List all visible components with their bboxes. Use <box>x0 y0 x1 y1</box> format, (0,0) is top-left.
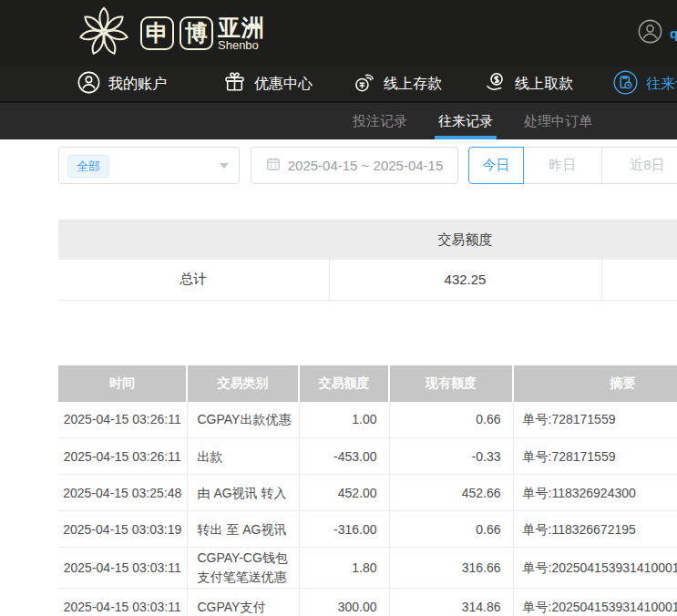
cell-summary: 单号:728171559 <box>513 402 677 438</box>
today-button[interactable]: 今日 <box>468 147 524 184</box>
avatar-icon[interactable] <box>638 19 662 47</box>
selected-type-tag[interactable]: 全部 <box>67 155 109 178</box>
date-range-value: 2025-04-15 ~ 2025-04-15 <box>288 158 444 173</box>
user-area: q <box>638 19 677 47</box>
last-8-days-button[interactable]: 近8日 <box>601 147 677 184</box>
cell-time: 2025-04-15 03:03:19 <box>58 511 187 548</box>
transactions-header-row: 时间 交易类别 交易额度 现有额度 摘要 <box>58 365 677 402</box>
tab-label: 往来记录 <box>438 113 493 130</box>
transactions-section: 时间 交易类别 交易额度 现有额度 摘要 2025-04-15 03:26:11… <box>58 365 677 616</box>
nav-label: 我的账户 <box>108 75 167 94</box>
summary-header-empty <box>58 220 329 260</box>
quick-date-buttons: 今日 昨日 近8日 <box>468 147 677 184</box>
nav-label: 往来记录 <box>646 75 677 94</box>
cell-balance: 314.86 <box>389 589 513 616</box>
type-select[interactable]: 全部 <box>58 147 240 184</box>
cell-summary: 单号:728171559 <box>513 438 677 475</box>
col-header-type: 交易类别 <box>187 365 299 402</box>
gift-icon <box>223 71 246 98</box>
page: 申 博 亚洲 Shenbo q <box>0 0 677 616</box>
main-nav: 我的账户 优惠中心 <box>0 67 677 103</box>
deposit-coin-icon <box>353 71 375 98</box>
cell-time: 2025-04-15 03:25:48 <box>58 475 187 511</box>
cell-amount: 1.80 <box>299 548 389 589</box>
cell-time: 2025-04-15 03:03:11 <box>58 589 187 616</box>
topbar: 申 博 亚洲 Shenbo q <box>0 0 677 67</box>
logo-flower-icon <box>77 5 131 63</box>
table-row: 2025-04-15 03:03:11 CGPAY支付 300.00 314.8… <box>58 589 677 616</box>
col-header-summary: 摘要 <box>513 365 677 402</box>
nav-label: 线上存款 <box>384 75 442 94</box>
summary-empty-cell <box>601 260 677 300</box>
cell-amount: -316.00 <box>299 511 389 548</box>
cell-amount: 300.00 <box>299 589 389 616</box>
cell-time: 2025-04-15 03:26:11 <box>58 438 187 475</box>
yesterday-button[interactable]: 昨日 <box>524 147 601 184</box>
tab-betting-records[interactable]: 投注记录 <box>351 103 409 139</box>
col-header-time: 时间 <box>58 365 187 402</box>
nav-item-transfer-records[interactable]: 往来记录 <box>613 70 677 98</box>
tab-transfer-records[interactable]: 往来记录 <box>436 103 495 139</box>
summary-total-row: 总计 432.25 <box>58 260 677 300</box>
username-link[interactable]: q <box>670 26 677 41</box>
active-tab-underline <box>435 136 497 139</box>
summary-header-empty <box>601 220 677 260</box>
col-header-amount: 交易额度 <box>299 365 389 402</box>
cell-summary: 单号:202504153931410001 <box>513 589 677 616</box>
user-circle-icon <box>77 71 100 98</box>
cell-type: 出款 <box>187 438 299 475</box>
calendar-icon <box>266 157 281 174</box>
logo-subtitle: Shenbo <box>218 39 265 52</box>
cell-balance: 316.66 <box>389 548 513 589</box>
table-row: 2025-04-15 03:26:11 CGPAY出款优惠 1.00 0.66 … <box>58 402 677 438</box>
transactions-table: 时间 交易类别 交易额度 现有额度 摘要 2025-04-15 03:26:11… <box>58 365 677 616</box>
cell-balance: 0.66 <box>389 511 513 548</box>
cell-type: CGPAY-CG钱包支付笔笔送优惠 <box>187 548 299 589</box>
table-row: 2025-04-15 03:03:19 转出 至 AG视讯 -316.00 0.… <box>58 511 677 548</box>
tab-label: 投注记录 <box>353 113 407 130</box>
table-row: 2025-04-15 03:03:11 CGPAY-CG钱包支付笔笔送优惠 1.… <box>58 548 677 589</box>
col-header-balance: 现有额度 <box>389 365 513 402</box>
cell-type: CGPAY出款优惠 <box>187 402 299 438</box>
cell-type: CGPAY支付 <box>187 589 299 616</box>
cell-amount: 1.00 <box>299 402 389 438</box>
table-row: 2025-04-15 03:25:48 由 AG视讯 转入 452.00 452… <box>58 475 677 511</box>
cell-amount: 452.00 <box>299 475 389 511</box>
transfer-records-icon <box>613 70 638 98</box>
cell-summary: 单号:118326924300 <box>513 475 677 511</box>
tab-label: 处理中订单 <box>524 113 592 130</box>
cell-summary: 单号:202504153931410001 <box>513 548 677 589</box>
summary-header-amount: 交易额度 <box>329 220 601 260</box>
summary-total-label: 总计 <box>58 260 329 300</box>
table-row: 2025-04-15 03:26:11 出款 -453.00 -0.33 单号:… <box>58 438 677 475</box>
cell-type: 转出 至 AG视讯 <box>187 511 299 548</box>
cell-summary: 单号:118326672195 <box>513 511 677 548</box>
logo-char-shen: 申 <box>140 16 174 50</box>
chevron-down-icon <box>220 163 229 169</box>
date-range-picker[interactable]: 2025-04-15 ~ 2025-04-15 <box>251 147 458 184</box>
nav-label: 优惠中心 <box>254 75 313 94</box>
cell-time: 2025-04-15 03:03:11 <box>58 548 187 589</box>
withdraw-hand-icon <box>484 71 507 98</box>
cell-type: 由 AG视讯 转入 <box>187 475 299 511</box>
nav-item-promotions[interactable]: 优惠中心 <box>223 71 313 98</box>
logo-region-text: 亚洲 <box>218 15 265 39</box>
cell-balance: 452.66 <box>389 475 513 511</box>
summary-total-value: 432.25 <box>329 260 601 300</box>
summary-header-row: 交易额度 <box>58 220 677 260</box>
nav-item-withdraw[interactable]: 线上取款 <box>484 71 573 98</box>
nav-item-my-account[interactable]: 我的账户 <box>77 71 167 98</box>
nav-label: 线上取款 <box>515 75 573 94</box>
cell-balance: -0.33 <box>389 438 513 475</box>
logo-char-bo: 博 <box>180 16 213 50</box>
brand-logo[interactable]: 申 博 亚洲 Shenbo <box>77 5 265 63</box>
record-tabs: 投注记录 往来记录 处理中订单 <box>0 103 677 139</box>
tab-pending-orders[interactable]: 处理中订单 <box>522 103 594 139</box>
cell-amount: -453.00 <box>299 438 389 475</box>
cell-time: 2025-04-15 03:26:11 <box>58 402 187 438</box>
filter-bar: 全部 2025-04-15 ~ 2025-04-15 今日 昨日 近8日 <box>0 147 677 184</box>
cell-balance: 0.66 <box>389 402 513 438</box>
nav-item-deposit[interactable]: 线上存款 <box>353 71 442 98</box>
summary-table: 交易额度 总计 432.25 <box>58 220 677 301</box>
